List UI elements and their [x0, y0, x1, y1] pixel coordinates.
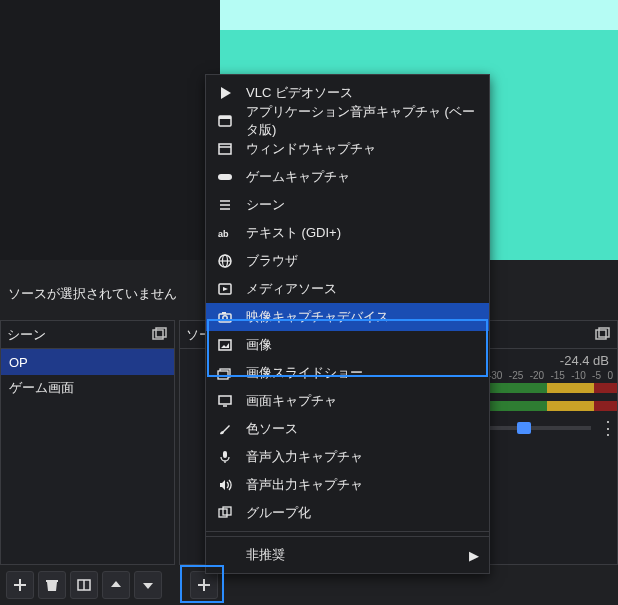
- menu-item-group[interactable]: グループ化: [206, 499, 489, 527]
- globe-icon: [216, 252, 234, 270]
- menu-item-slides[interactable]: 画像スライドショー: [206, 359, 489, 387]
- image-icon: [216, 336, 234, 354]
- menu-item-label: テキスト (GDI+): [246, 224, 341, 242]
- scene-list: OP ゲーム画面: [1, 349, 174, 564]
- speaker-icon: [216, 476, 234, 494]
- menu-item-label: 音声入力キャプチャ: [246, 448, 363, 466]
- slides-icon: [216, 364, 234, 382]
- display-icon: [216, 392, 234, 410]
- source-toolbar: [184, 571, 218, 599]
- submenu-arrow-icon: ▶: [469, 548, 479, 563]
- menu-item-label: シーン: [246, 196, 285, 214]
- mic-icon: [216, 448, 234, 466]
- scene-item[interactable]: OP: [1, 349, 174, 375]
- media-icon: [216, 280, 234, 298]
- scene-toolbar: [0, 571, 162, 599]
- menu-item-label: 画像: [246, 336, 272, 354]
- scenes-pane: シーン OP ゲーム画面: [0, 320, 175, 565]
- menu-item-camera[interactable]: 映像キャプチャデバイス: [206, 303, 489, 331]
- delete-scene-button[interactable]: [38, 571, 66, 599]
- scene-icon: [216, 196, 234, 214]
- group-icon: [216, 504, 234, 522]
- menu-item-speaker[interactable]: 音声出力キャプチャ: [206, 471, 489, 499]
- no-source-label: ソースが選択されていません: [8, 285, 177, 303]
- text-icon: [216, 224, 234, 242]
- move-up-button[interactable]: [102, 571, 130, 599]
- blank-icon: [216, 546, 234, 564]
- scenes-title: シーン: [7, 326, 152, 344]
- gamepad-icon: [216, 168, 234, 186]
- app-icon: [216, 112, 234, 130]
- menu-item-mic[interactable]: 音声入力キャプチャ: [206, 443, 489, 471]
- menu-item-label: ウィンドウキャプチャ: [246, 140, 376, 158]
- menu-item-label: ブラウザ: [246, 252, 298, 270]
- menu-item-label: 音声出力キャプチャ: [246, 476, 363, 494]
- window-icon: [216, 140, 234, 158]
- scene-item[interactable]: ゲーム画面: [1, 375, 174, 401]
- menu-item-display[interactable]: 画面キャプチャ: [206, 387, 489, 415]
- menu-item-text[interactable]: テキスト (GDI+): [206, 219, 489, 247]
- menu-item-label: 色ソース: [246, 420, 298, 438]
- menu-item-label: メディアソース: [246, 280, 337, 298]
- scene-filter-button[interactable]: [70, 571, 98, 599]
- dock-icon[interactable]: [595, 327, 611, 343]
- menu-item-label: アプリケーション音声キャプチャ (ベータ版): [246, 103, 479, 139]
- menu-item-brush[interactable]: 色ソース: [206, 415, 489, 443]
- menu-item-window[interactable]: ウィンドウキャプチャ: [206, 135, 489, 163]
- move-down-button[interactable]: [134, 571, 162, 599]
- more-icon[interactable]: ⋮: [591, 417, 617, 439]
- menu-item-label: グループ化: [246, 504, 311, 522]
- dock-icon[interactable]: [152, 327, 168, 343]
- menu-item-label: 非推奨: [246, 546, 285, 564]
- add-source-menu: VLC ビデオソースアプリケーション音声キャプチャ (ベータ版)ウィンドウキャプ…: [205, 74, 490, 574]
- menu-item-submenu[interactable]: 非推奨▶: [206, 541, 489, 569]
- brush-icon: [216, 420, 234, 438]
- play-icon: [216, 84, 234, 102]
- menu-item-label: ゲームキャプチャ: [246, 168, 350, 186]
- menu-item-label: 画面キャプチャ: [246, 392, 337, 410]
- menu-item-app[interactable]: アプリケーション音声キャプチャ (ベータ版): [206, 107, 489, 135]
- menu-item-label: 画像スライドショー: [246, 364, 363, 382]
- add-source-button[interactable]: [190, 571, 218, 599]
- menu-item-scene[interactable]: シーン: [206, 191, 489, 219]
- menu-item-globe[interactable]: ブラウザ: [206, 247, 489, 275]
- menu-item-label: VLC ビデオソース: [246, 84, 353, 102]
- menu-item-image[interactable]: 画像: [206, 331, 489, 359]
- menu-item-label: 映像キャプチャデバイス: [246, 308, 389, 326]
- menu-item-media[interactable]: メディアソース: [206, 275, 489, 303]
- camera-icon: [216, 308, 234, 326]
- add-scene-button[interactable]: [6, 571, 34, 599]
- preview-swatch-1: [220, 0, 618, 30]
- menu-item-gamepad[interactable]: ゲームキャプチャ: [206, 163, 489, 191]
